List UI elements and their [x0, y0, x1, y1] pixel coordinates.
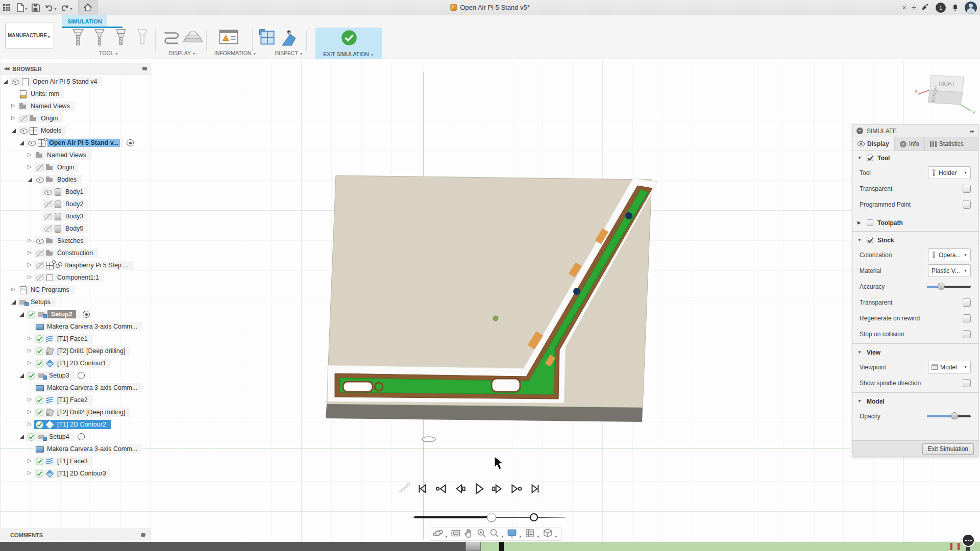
tree-row[interactable]: Setup4 — [0, 431, 85, 443]
tree-row-content[interactable]: [T1] Face2 — [34, 395, 93, 405]
step-forward-button[interactable] — [491, 482, 505, 496]
node-label[interactable]: [T1] Face2 — [56, 396, 89, 404]
node-label[interactable]: [T2] Drill1 [Deep drilling] — [56, 347, 127, 355]
node-label[interactable]: NC Programs — [29, 286, 71, 294]
visibility-eye-icon[interactable] — [35, 262, 45, 269]
expander-icon[interactable] — [35, 213, 42, 220]
tree-row-content[interactable]: Construction — [34, 248, 98, 258]
visibility-eye-icon[interactable] — [27, 139, 37, 146]
node-label[interactable]: Named Views — [45, 151, 88, 159]
expander-icon[interactable] — [10, 90, 18, 97]
go-to-start-button[interactable] — [415, 482, 429, 496]
window-zoom-icon[interactable] — [488, 528, 500, 541]
user-avatar[interactable] — [965, 2, 977, 14]
inspect-group-label[interactable]: INSPECT ▼ — [275, 50, 303, 56]
dock-panel-icon[interactable]: ▸▸ — [970, 129, 974, 134]
expander-icon[interactable] — [27, 164, 34, 171]
expander-icon[interactable] — [35, 225, 42, 232]
tree-row[interactable]: [T1] 2D Contour1 — [0, 357, 111, 369]
tree-row[interactable]: [T1] 2D Contour3 — [0, 467, 111, 480]
expander-icon[interactable] — [27, 421, 34, 428]
visibility-eye-icon[interactable] — [35, 176, 45, 183]
tree-row-content[interactable]: Setups — [18, 297, 56, 307]
viewpoint-dropdown[interactable]: Model▼ — [928, 361, 971, 373]
visibility-eye-icon[interactable] — [43, 225, 54, 232]
expander-icon[interactable] — [27, 262, 34, 269]
expander-icon[interactable] — [27, 176, 34, 183]
viewports-icon[interactable] — [542, 528, 553, 541]
information-icon[interactable] — [218, 29, 239, 46]
tree-row[interactable]: Sketches — [0, 235, 88, 247]
tree-row-content[interactable]: Open Air Pi 5 Stand v... — [26, 138, 124, 147]
visibility-eye-icon[interactable] — [11, 78, 21, 85]
notification-bell-icon[interactable] — [951, 2, 960, 13]
node-label[interactable]: Named Views — [29, 102, 71, 110]
toolpath-display-icon[interactable] — [161, 29, 181, 49]
look-at-icon[interactable] — [450, 528, 461, 541]
tab-info[interactable]: iInfo — [895, 137, 925, 151]
node-label[interactable]: Raspberry Pi 5 Step ... — [63, 261, 130, 269]
tree-row-content[interactable]: Raspberry Pi 5 Step ... — [34, 261, 134, 270]
close-document-icon[interactable]: × — [902, 4, 906, 12]
toolpath-mode-icon[interactable] — [397, 482, 410, 496]
expander-icon[interactable] — [27, 347, 34, 355]
tree-row[interactable]: Units: mm — [0, 88, 64, 100]
expander-icon[interactable] — [18, 433, 26, 440]
view-cube[interactable]: RIGHT BOTTOM X Y — [914, 64, 980, 120]
tree-row-content[interactable]: Body2 — [42, 199, 88, 209]
tree-row[interactable]: [T1] Face3 — [0, 455, 93, 467]
collapse-panel-icon[interactable]: ◀◀ — [4, 66, 8, 71]
tree-row[interactable]: Raspberry Pi 5 Step ... — [0, 259, 134, 271]
tree-row-content[interactable]: Body1 — [42, 187, 88, 196]
tree-row[interactable]: Models — [0, 124, 66, 137]
tree-row-content[interactable]: Sketches — [34, 236, 88, 245]
node-label[interactable]: Body2 — [64, 200, 85, 208]
tree-row-content[interactable]: NC Programs — [18, 285, 75, 294]
tool3-icon[interactable] — [113, 29, 129, 50]
tree-row-content[interactable]: Makera Carvera 3-axis Comm... — [34, 383, 142, 392]
exit-simulation-label[interactable]: EXIT SIMULATION ▼ — [323, 51, 374, 57]
orbit-caret-icon[interactable]: ▼ — [445, 535, 448, 538]
play-button[interactable] — [472, 482, 486, 496]
tree-row-content[interactable]: Named Views — [18, 102, 75, 111]
expander-icon[interactable] — [18, 311, 26, 318]
visibility-eye-icon[interactable] — [35, 164, 45, 171]
section-analysis-icon[interactable] — [280, 29, 298, 48]
node-label[interactable]: [T1] Face3 — [56, 457, 89, 465]
extensions-rocket-icon[interactable] — [921, 2, 930, 13]
node-label[interactable]: [T1] 2D Contour1 — [56, 359, 108, 367]
panel-options-icon[interactable] — [142, 67, 147, 70]
tree-row[interactable]: Origin — [0, 112, 63, 124]
workspace-selector[interactable]: MANUFACTURE▼ — [5, 22, 54, 48]
undo-caret-icon[interactable]: ▼ — [54, 7, 57, 11]
expander-icon[interactable] — [27, 470, 34, 477]
exit-simulation-button[interactable]: Exit Simulation — [922, 443, 974, 455]
zoom-icon[interactable] — [476, 528, 487, 541]
tree-row-content[interactable]: Body3 — [42, 212, 88, 221]
slider-handle[interactable] — [938, 283, 945, 290]
tree-row-content[interactable]: Models — [18, 126, 66, 135]
node-label[interactable]: Sketches — [56, 237, 85, 245]
node-label[interactable]: Setup2 — [47, 310, 76, 318]
expander-icon[interactable] — [27, 360, 34, 367]
expander-icon[interactable] — [18, 372, 26, 379]
node-label[interactable]: Makera Carvera 3-axis Comm... — [45, 384, 139, 392]
tree-row-content[interactable]: Origin — [18, 114, 63, 123]
expander-icon[interactable] — [10, 103, 18, 110]
simulation-progress-strip[interactable] — [0, 542, 980, 551]
node-label[interactable]: Setup4 — [47, 433, 71, 441]
step-back-button[interactable] — [453, 482, 467, 496]
expander-icon[interactable] — [27, 409, 34, 416]
visibility-eye-icon[interactable] — [35, 249, 45, 257]
expander-icon[interactable] — [2, 78, 10, 85]
tree-row[interactable]: Construction — [0, 247, 98, 259]
visibility-eye-icon[interactable] — [35, 237, 45, 244]
expander-icon[interactable] — [27, 249, 34, 257]
node-label[interactable]: Open Air Pi 5 Stand v... — [47, 139, 120, 147]
node-label[interactable]: Setup3 — [47, 371, 71, 380]
node-label[interactable]: Bodies — [56, 176, 78, 184]
expander-icon[interactable] — [27, 323, 34, 330]
visibility-eye-icon[interactable] — [19, 115, 29, 122]
expander-icon[interactable] — [27, 274, 34, 281]
tree-row-content[interactable]: Makera Carvera 3-axis Comm... — [34, 444, 142, 454]
